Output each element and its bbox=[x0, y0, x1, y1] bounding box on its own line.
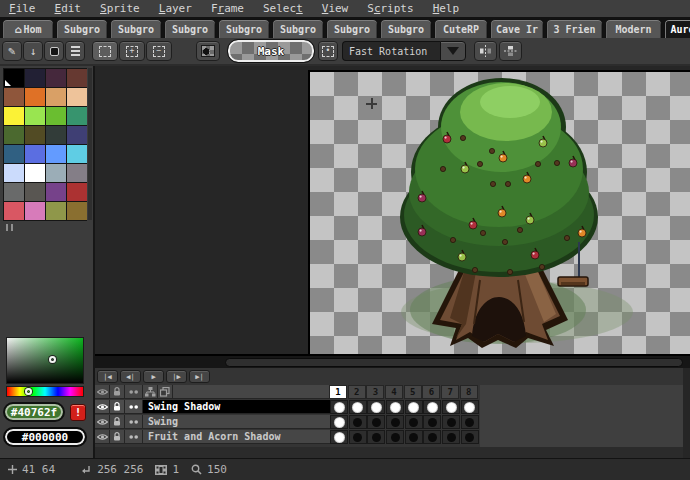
duplicate-layer-toggle[interactable] bbox=[158, 385, 173, 399]
lock-toggle[interactable] bbox=[110, 415, 125, 429]
cel-6[interactable] bbox=[423, 415, 441, 429]
palette-swatch-7[interactable] bbox=[67, 88, 87, 106]
cel-5[interactable] bbox=[405, 430, 423, 444]
palette-swatch-6[interactable] bbox=[46, 88, 66, 106]
frame-header-2[interactable]: 2 bbox=[348, 385, 366, 399]
cel-5[interactable] bbox=[405, 400, 423, 414]
palette-swatch-11[interactable] bbox=[67, 107, 87, 125]
palette-swatch-22[interactable] bbox=[46, 164, 66, 182]
palette-swatch-24[interactable] bbox=[4, 183, 24, 201]
eye-toggle[interactable] bbox=[95, 400, 110, 414]
tab-subgro-3[interactable]: Subgro bbox=[164, 19, 216, 38]
cel-2[interactable] bbox=[349, 415, 367, 429]
cel-2[interactable] bbox=[349, 400, 367, 414]
palette-swatch-3[interactable] bbox=[67, 69, 87, 87]
cel-3[interactable] bbox=[367, 400, 385, 414]
palette-swatch-10[interactable] bbox=[46, 107, 66, 125]
cel-4[interactable] bbox=[386, 400, 404, 414]
tab-3-frien[interactable]: 3 Frien bbox=[546, 19, 603, 38]
lock-toggle[interactable] bbox=[110, 385, 125, 399]
cel-4[interactable] bbox=[386, 415, 404, 429]
cel-6[interactable] bbox=[423, 400, 441, 414]
prev-frame-button[interactable]: ◀| bbox=[120, 370, 141, 383]
cel-7[interactable] bbox=[442, 430, 460, 444]
frame-header-8[interactable]: 8 bbox=[460, 385, 478, 399]
tab-hom[interactable]: ⌂Hom bbox=[2, 19, 54, 38]
saturation-value-picker[interactable] bbox=[6, 337, 84, 384]
palette-swatch-29[interactable] bbox=[25, 202, 45, 220]
palette-swatch-9[interactable] bbox=[25, 107, 45, 125]
palette-swatch-26[interactable] bbox=[46, 183, 66, 201]
frame-header-5[interactable]: 5 bbox=[404, 385, 422, 399]
eye-toggle[interactable] bbox=[95, 385, 110, 399]
menu-edit[interactable]: Edit bbox=[55, 2, 82, 15]
palette-resize-handle[interactable] bbox=[6, 224, 13, 231]
tab-subgro-7[interactable]: Subgro bbox=[380, 19, 432, 38]
menu-sprite[interactable]: Sprite bbox=[100, 2, 140, 15]
foreground-color-field[interactable]: #40762f bbox=[3, 402, 65, 422]
picker-marker-icon[interactable] bbox=[49, 356, 56, 363]
palette-swatch-12[interactable] bbox=[4, 126, 24, 144]
linked-cels-toggle[interactable] bbox=[125, 385, 143, 399]
palette-swatch-1[interactable] bbox=[25, 69, 45, 87]
palette-swatch-14[interactable] bbox=[46, 126, 66, 144]
tab-subgro-4[interactable]: Subgro bbox=[218, 19, 270, 38]
cel-6[interactable] bbox=[423, 430, 441, 444]
selection-add-button[interactable]: + bbox=[119, 41, 145, 61]
lock-toggle[interactable] bbox=[110, 400, 125, 414]
eye-toggle[interactable] bbox=[95, 415, 110, 429]
rotation-algorithm-dropdown[interactable]: Fast Rotation bbox=[342, 41, 440, 61]
tab-auro[interactable]: Auro bbox=[664, 19, 690, 38]
layer-name[interactable]: Fruit and Acorn Shadow bbox=[143, 430, 330, 444]
frame-header-6[interactable]: 6 bbox=[422, 385, 440, 399]
tab-subgro-1[interactable]: Subgro bbox=[56, 19, 108, 38]
palette-swatch-27[interactable] bbox=[67, 183, 87, 201]
hue-marker-icon[interactable] bbox=[25, 388, 32, 395]
menu-file[interactable]: File bbox=[9, 2, 36, 15]
tab-subgro-2[interactable]: Subgro bbox=[110, 19, 162, 38]
sprite-editor-canvas[interactable] bbox=[95, 66, 690, 354]
layer-row-fruit-and-acorn-shadow[interactable]: Fruit and Acorn Shadow bbox=[95, 430, 480, 444]
palette-scrollbar[interactable] bbox=[88, 68, 92, 220]
background-color-field[interactable]: #000000 bbox=[3, 427, 87, 447]
last-frame-button[interactable]: ▶| bbox=[189, 370, 210, 383]
selection-pixels-button[interactable]: • bbox=[318, 41, 338, 61]
cel-8[interactable] bbox=[461, 400, 479, 414]
selection-replace-button[interactable] bbox=[92, 41, 118, 61]
palette-swatch-23[interactable] bbox=[67, 164, 87, 182]
palette-swatch-16[interactable] bbox=[4, 145, 24, 163]
frame-header-1[interactable]: 1 bbox=[329, 385, 347, 399]
tab-cave-ir[interactable]: Cave Ir bbox=[490, 19, 544, 38]
play-button[interactable]: ▶ bbox=[143, 370, 164, 383]
palette-swatch-21[interactable] bbox=[25, 164, 45, 182]
linked-cels-toggle[interactable] bbox=[125, 400, 143, 414]
transparent-color-button[interactable] bbox=[196, 41, 220, 61]
palette-swatch-8[interactable] bbox=[4, 107, 24, 125]
linked-cels-toggle[interactable] bbox=[125, 430, 143, 444]
pencil-tool-button[interactable]: ✎ bbox=[2, 41, 22, 61]
options-menu-button[interactable] bbox=[65, 41, 85, 61]
symmetry-horizontal-button[interactable] bbox=[499, 41, 522, 61]
scrollbar-thumb[interactable] bbox=[225, 358, 683, 367]
palette-swatch-4[interactable] bbox=[4, 88, 24, 106]
layer-row-swing-shadow[interactable]: Swing Shadow bbox=[95, 400, 480, 414]
menu-scripts[interactable]: Scripts bbox=[367, 2, 413, 15]
palette-swatch-18[interactable] bbox=[46, 145, 66, 163]
cel-5[interactable] bbox=[405, 415, 423, 429]
palette-swatch-28[interactable] bbox=[4, 202, 24, 220]
layer-name[interactable]: Swing bbox=[143, 415, 330, 429]
menu-frame[interactable]: Frame bbox=[211, 2, 244, 15]
layer-name[interactable]: Swing Shadow bbox=[143, 400, 330, 414]
menu-view[interactable]: View bbox=[322, 2, 349, 15]
palette-warning-button[interactable]: ! bbox=[70, 404, 86, 421]
palette-swatch-19[interactable] bbox=[67, 145, 87, 163]
tab-modern[interactable]: Modern bbox=[605, 19, 662, 38]
menu-help[interactable]: Help bbox=[433, 2, 460, 15]
cel-3[interactable] bbox=[367, 430, 385, 444]
cel-3[interactable] bbox=[367, 415, 385, 429]
linked-cels-toggle[interactable] bbox=[125, 415, 143, 429]
palette-swatch-2[interactable] bbox=[46, 69, 66, 87]
rotation-dropdown-arrow-button[interactable] bbox=[440, 41, 466, 61]
lock-toggle[interactable] bbox=[110, 430, 125, 444]
cel-8[interactable] bbox=[461, 430, 479, 444]
